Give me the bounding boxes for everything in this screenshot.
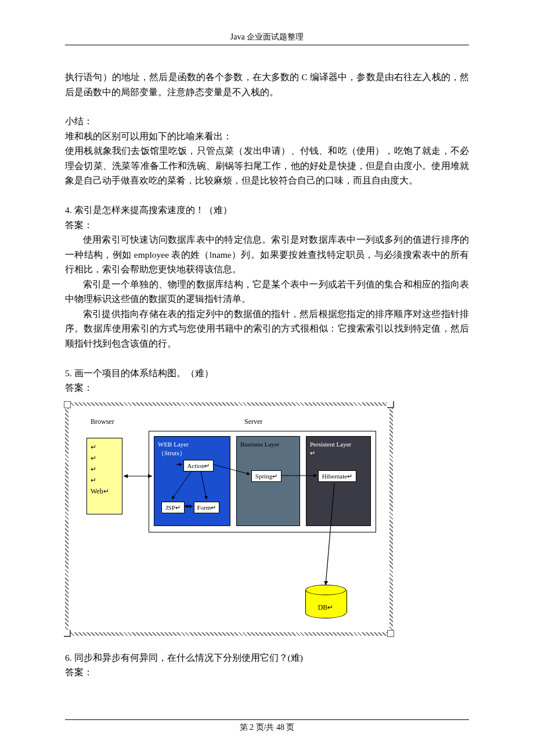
- web-layer: WEB Layer （Struts） Action↵ JSP↵ Form↵: [154, 436, 230, 526]
- server-label: Server: [244, 416, 262, 428]
- action-box: Action↵: [183, 460, 214, 471]
- summary-body: 使用栈就象我们去饭馆里吃饭，只管点菜（发出申请）、付钱、和吃（使用），吃饱了就走…: [65, 143, 469, 188]
- browser-label: Browser: [91, 416, 114, 428]
- db-cylinder: DB↵: [305, 585, 346, 618]
- summary-intro: 堆和栈的区别可以用如下的比喻来看出：: [65, 129, 469, 144]
- browser-line-4: ↵: [91, 475, 118, 486]
- business-layer: Business Layer Spring↵: [236, 436, 300, 526]
- browser-line-web: Web↵: [91, 486, 118, 497]
- persistent-layer-title: Persistent Layer: [310, 440, 367, 449]
- form-box: Form↵: [194, 502, 219, 513]
- question-4-title: 4. 索引是怎样来提高搜索速度的！（难）: [65, 203, 469, 218]
- question-5-title: 5. 画一个项目的体系结构图。（难）: [65, 366, 469, 381]
- question-4-answer-label: 答案：: [65, 218, 469, 233]
- paragraph-stack-leftover: 执行语句）的地址，然后是函数的各个参数，在大多数的 C 编译器中，参数是由右往左…: [65, 70, 469, 99]
- hibernate-box: Hibernate↵: [318, 470, 356, 482]
- architecture-diagram: Browser Server ↵ ↵ ↵ ↵ Web↵ WEB Layer （S…: [65, 402, 393, 636]
- persistent-layer-sub: ↵: [310, 449, 367, 458]
- body-content: 执行语句）的地址，然后是函数的各个参数，在大多数的 C 编译器中，参数是由右往左…: [65, 70, 469, 680]
- page-number: 第 2 页/共 48 页: [240, 723, 295, 732]
- summary-heading: 小结：: [65, 114, 469, 129]
- question-4-paragraph-3: 索引提供指向存储在表的指定列中的数据值的指针，然后根据您指定的排序顺序对这些指针…: [65, 307, 469, 351]
- diagram-canvas: Browser Server ↵ ↵ ↵ ↵ Web↵ WEB Layer （S…: [70, 408, 388, 631]
- browser-box: ↵ ↵ ↵ ↵ Web↵: [86, 438, 122, 514]
- browser-line-3: ↵: [91, 464, 118, 475]
- header-title: Java 企业面试题整理: [230, 33, 304, 41]
- web-layer-title-2: （Struts）: [158, 449, 226, 458]
- db-label: DB↵: [305, 602, 346, 614]
- business-layer-title: Business Layer: [240, 440, 296, 449]
- server-box: WEB Layer （Struts） Action↵ JSP↵ Form↵ Bu…: [149, 431, 376, 532]
- web-layer-title-1: WEB Layer: [158, 440, 226, 449]
- browser-line-2: ↵: [91, 453, 118, 464]
- question-4-paragraph-2: 索引是一个单独的、物理的数据库结构，它是某个表中一列或若干列值的集合和相应的指向…: [65, 277, 469, 307]
- question-6-title: 6. 同步和异步有何异同，在什么情况下分别使用它们？(难): [65, 650, 469, 665]
- page-header: Java 企业面试题整理: [65, 32, 469, 45]
- question-6-answer-label: 答案：: [65, 665, 469, 680]
- jsp-box: JSP↵: [161, 502, 185, 513]
- page-footer: 第 2 页/共 48 页: [65, 719, 469, 733]
- question-5-answer-label: 答案：: [65, 380, 469, 395]
- document-page: Java 企业面试题整理 执行语句）的地址，然后是函数的各个参数，在大多数的 C…: [0, 0, 534, 756]
- browser-line-1: ↵: [91, 442, 118, 453]
- spring-box: Spring↵: [251, 470, 282, 482]
- persistent-layer: Persistent Layer ↵ Hibernate↵: [306, 436, 371, 526]
- question-4-paragraph-1: 使用索引可快速访问数据库表中的特定信息。索引是对数据库表中一列或多列的值进行排序…: [65, 232, 469, 277]
